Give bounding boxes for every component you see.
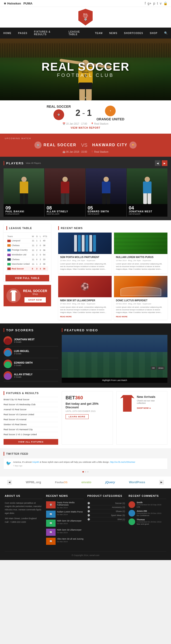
- footer-news-title: RECENT NEWS: [46, 494, 84, 499]
- nav-pages[interactable]: PAGES: [15, 29, 31, 37]
- view-table-button[interactable]: VIEW FULL TABLE: [5, 275, 49, 281]
- tweet-dot-1[interactable]: [82, 471, 84, 472]
- footer-cat-2[interactable]: ⚽Accessory (3): [87, 505, 125, 510]
- left-column: League Table Team W D L PTS: [0, 220, 55, 324]
- scorer-item-2: LUIS MIGUEL 3 Goals: [3, 346, 58, 358]
- nav-home[interactable]: HOME: [0, 29, 15, 37]
- table-row-current: Real Soccer83436: [6, 266, 48, 271]
- away-team-logo: T: [105, 106, 116, 116]
- player-card-2[interactable]: 08 ALLAN STINELY Midfielder: [45, 168, 85, 217]
- table-row: Manchester United111236: [6, 262, 48, 266]
- match-score: 2 - 1: [76, 108, 92, 118]
- vimeo-icon[interactable]: v: [160, 2, 162, 5]
- tweet-pagination[interactable]: [3, 471, 168, 472]
- news-excerpt-4: Lorem ipsum dolor sit amet, consectetur …: [116, 306, 166, 314]
- shop-subtitle: Shop: [23, 293, 47, 295]
- partners-prev-arrow[interactable]: ◀: [7, 480, 12, 485]
- tweet-hashtag[interactable]: #uly4th: [32, 461, 39, 463]
- news-title-3: NIBH SEM SIT ULLAMCORPER: [60, 299, 110, 302]
- footer-comment-1: Smith Commented On 02 Sep 2015 Link: [129, 501, 166, 508]
- player-nav-arrows[interactable]: ◀ ▶: [155, 160, 168, 166]
- google-icon[interactable]: g+: [148, 2, 151, 5]
- table-row: Prestige Country112036: [6, 248, 48, 252]
- footer-cat-1[interactable]: ⚽Soccer (1): [87, 501, 125, 505]
- news-img-4: [114, 276, 168, 297]
- upcoming-match: Upcoming Match ⚽ REAL SOCCER VS HAKWARD …: [0, 134, 171, 157]
- tweet-dot-3[interactable]: [87, 471, 89, 472]
- fixture-item-1: Bristol City VS Real Soccer: [3, 397, 58, 402]
- pinterest-icon[interactable]: p: [153, 2, 155, 5]
- footer-news-item-1[interactable]: ⚽ Sants Porta Media FullServices01 Mar 2…: [46, 501, 84, 509]
- nav-shop[interactable]: SHOP: [147, 29, 161, 37]
- footer-cat-5[interactable]: ⚽Shirt (1): [87, 518, 125, 522]
- tweet-url[interactable]: http://on.fb.me/UrlShortner: [110, 461, 135, 463]
- news-body-3: NIBH SEM SIT ULLAMCORPER 27 Mar 2015 · B…: [58, 297, 112, 320]
- player-pos-2: Midfielder: [46, 213, 83, 215]
- partner-envato: envato: [81, 480, 91, 484]
- tweet-time-1: 7 days ago: [13, 465, 135, 467]
- match-info: 📅 15 Jan 2017 · 17:00 📍 Real Stadium: [62, 122, 108, 125]
- footer-news-item-3[interactable]: 📰 Nibh Sem Sit Ullamcorper01 Mar 2014: [46, 520, 84, 527]
- scorer-item-1: JONATHAN WEST 3 Goals: [3, 335, 58, 346]
- footer-comment-2: Jones 255 Commented On 26 Dec 2013 Go Co…: [129, 510, 166, 516]
- learn-more-button[interactable]: LEARN MORE: [66, 414, 89, 419]
- puma-logo: PUMA: [23, 2, 32, 5]
- twitter-title: Twitter Feed: [6, 452, 28, 455]
- partner-jquery: jQuery: [105, 480, 115, 484]
- footer-news-item-4[interactable]: 📰 Nibh Sem Sit Ullamcorper01 Mar 2014: [46, 529, 84, 536]
- news-card-3[interactable]: ⚽ NIBH SEM SIT ULLAMCORPER 27 Mar 2015 ·…: [58, 276, 112, 320]
- club-logo: REAL SOCCER CLUB ⚽: [78, 9, 93, 26]
- player-name-3: EDWARD SMITH: [88, 210, 125, 213]
- news-meta-3: 27 Mar 2015 · Blog, Life Style · Superus…: [60, 303, 110, 305]
- player-card-1[interactable]: 09 PAUL BAKANI Forwarder: [3, 168, 44, 217]
- league-table-header: League Table: [3, 224, 51, 232]
- nav-league[interactable]: LEAGUE TABLE: [65, 28, 92, 38]
- lock-icon[interactable]: 🔒: [164, 2, 168, 5]
- main-nav[interactable]: HOME PAGES FIXTURES & RESULTS LEAGUE TAB…: [0, 28, 171, 38]
- prev-player-arrow[interactable]: ◀: [155, 160, 161, 166]
- read-more-3[interactable]: Read More: [60, 316, 72, 318]
- col-d: D: [35, 234, 39, 238]
- player-card-3[interactable]: 05 EDWARD SMITH Defender: [86, 168, 126, 217]
- news-title-1: SEM PORTA MOLLIS PARTURIENT: [60, 256, 110, 258]
- next-player-arrow[interactable]: ▶: [162, 160, 168, 166]
- footer-cat-3[interactable]: ⚽Shoes (1): [87, 510, 125, 514]
- nav-fixtures[interactable]: FIXTURES & RESULTS: [31, 28, 65, 38]
- news-bar-accent: [58, 226, 59, 230]
- tweet-dot-2[interactable]: [85, 471, 86, 472]
- match-result: REAL SOCCER ⚽ 2 - 1 T ORANGE UNITED 📅 15…: [0, 100, 171, 134]
- upcoming-info: 📅 06 Jan 2018 · 15:00 📍 Real Stadium: [5, 150, 166, 153]
- news-card-1[interactable]: SEM PORTA MOLLIS PARTURIENT 23 Mar 2014 …: [58, 232, 112, 274]
- news-card-4[interactable]: DONIC LUCTUS IMPERDIET 23 Nov 2015 · Blo…: [114, 276, 168, 320]
- news-card-2[interactable]: NULLAM LOREM MATTIS PURUS 23 Mar 2014 · …: [114, 232, 168, 274]
- twitter-icon[interactable]: t: [157, 2, 158, 5]
- player-name-4: JONATHAN WEST: [129, 210, 166, 213]
- nav-team[interactable]: TEAM: [92, 29, 106, 37]
- twitter-header: Twitter Feed: [3, 452, 168, 458]
- col-l: L: [39, 234, 42, 238]
- facebook-icon[interactable]: f: [145, 2, 146, 5]
- arrivals-shop-button[interactable]: SHOP NOW ►: [137, 407, 151, 409]
- footer-news-item-2[interactable]: 📰 Nullam Lorem Mattis Purus01 Mar 2014: [46, 510, 84, 518]
- top-bar: ★ Heineken PUMA f g+ p t v 🔒: [0, 0, 171, 7]
- footer-comment-3: Thomas Commented On 26 Dec 2013 Nice and…: [129, 518, 166, 525]
- shop-now-button[interactable]: SHOP NOW: [24, 297, 46, 302]
- partners-next-arrow[interactable]: ▶: [159, 480, 164, 485]
- footer-news-item-5[interactable]: 📰 Allex Item Sit ull sed Juicing01 Mar 2…: [46, 538, 84, 545]
- read-more-4[interactable]: Read More: [116, 316, 128, 318]
- footer: ABOUT US Cum sociis natoque penatibus et…: [0, 488, 171, 560]
- nav-shortcodes[interactable]: SHORTCODES: [121, 29, 147, 37]
- footer-cat-4[interactable]: ⚽Sport Wear (5): [87, 514, 125, 518]
- match-teams: REAL SOCCER ⚽ 2 - 1 T ORANGE UNITED: [46, 105, 124, 121]
- match-report-link[interactable]: VIEW MATCH REPORT: [71, 126, 100, 129]
- view-all-players[interactable]: View All Players: [26, 162, 41, 164]
- scorers-list: JONATHAN WEST 3 Goals LUIS MIGUEL 3 Goal…: [3, 335, 58, 382]
- footer-about-text: Cum sociis natoque penatibus et magnis d…: [5, 501, 42, 515]
- video-thumbnail[interactable]: ▶ HD vimeo: [62, 335, 168, 378]
- partners-bar: ◀ WPML.org FirefoxOS envato jQuery WordP…: [0, 476, 171, 488]
- search-icon[interactable]: 🔍: [161, 28, 171, 38]
- view-fixtures-button[interactable]: VIEW ALL FIXTURES: [3, 439, 58, 445]
- player-card-4[interactable]: 04 JONATHAN WEST Defender: [127, 168, 168, 217]
- nav-news[interactable]: NEWS: [106, 29, 121, 37]
- fixtures-bets-section: FIXTURES & RESULTS Bristol City VS Real …: [0, 388, 171, 448]
